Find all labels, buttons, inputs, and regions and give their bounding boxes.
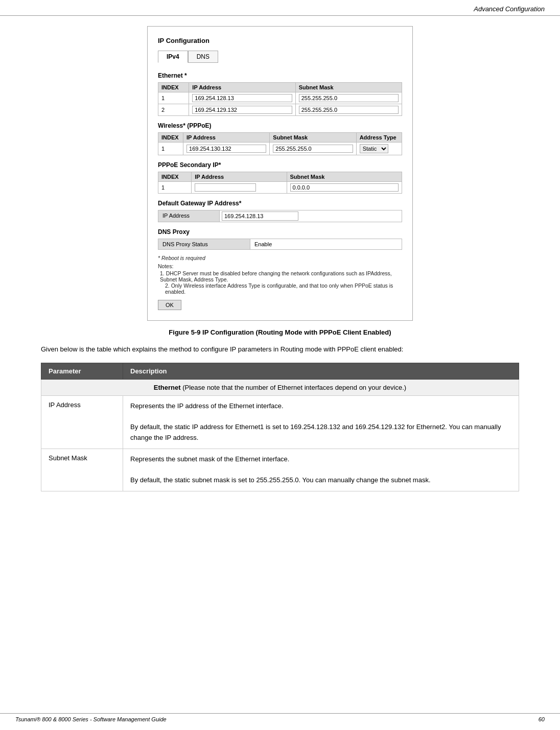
gateway-ip-label: IP Address — [158, 210, 220, 222]
note-2: 2. Only Wireless interface Address Type … — [158, 282, 402, 295]
pppoe-row1-index: 1 — [158, 182, 192, 194]
tab-ipv4[interactable]: IPv4 — [158, 51, 188, 63]
table-row-ip-address: IP Address Represents the IP address of … — [41, 395, 519, 449]
eth-row2-ip-input[interactable] — [192, 106, 292, 114]
desc-subnet-mask: Represents the subnet mask of the Ethern… — [123, 449, 519, 491]
dns-row: DNS Proxy Status Enable — [158, 239, 402, 250]
note-1: 1. DHCP Server must be disabled before c… — [158, 270, 402, 282]
ethernet-rest: (Please note that the number of Ethernet… — [181, 384, 407, 391]
eth-row1-index: 1 — [158, 92, 189, 104]
dns-section: DNS Proxy DNS Proxy Status Enable — [158, 228, 402, 250]
eth-col-mask: Subnet Mask — [295, 83, 402, 92]
param-ip-address: IP Address — [41, 395, 123, 449]
notes-label: Notes: — [158, 263, 402, 269]
pppoe-col-ip: IP Address — [192, 172, 287, 182]
wl-row1-ip[interactable] — [183, 143, 270, 155]
gateway-ip-input[interactable] — [222, 211, 298, 221]
pppoe-row1-mask-input[interactable] — [290, 183, 399, 192]
wl-col-index: INDEX — [158, 133, 183, 143]
notes-section: * Reboot is required Notes: 1. DHCP Serv… — [158, 255, 402, 295]
eth-row1-ip[interactable] — [189, 92, 295, 104]
eth-row1-mask[interactable] — [295, 92, 402, 104]
figure-caption: Figure 5-9 IP Configuration (Routing Mod… — [41, 328, 519, 336]
ethernet-table: INDEX IP Address Subnet Mask 1 2 — [158, 82, 402, 116]
main-content: IP Configuration IPv4 DNS Ethernet * IND… — [0, 16, 560, 502]
eth-col-ip: IP Address — [189, 83, 295, 92]
desc-mask-line3: By default, the static subnet mask is se… — [130, 476, 431, 484]
eth-row1-mask-input[interactable] — [299, 94, 399, 102]
eth-row2-mask-input[interactable] — [299, 106, 399, 114]
wl-row1-type[interactable]: Static DHCP — [356, 143, 402, 155]
figure-title: IP Configuration — [158, 37, 402, 44]
eth-row-1: 1 — [158, 92, 402, 104]
ethernet-section-header-cell: Ethernet (Please note that the number of… — [41, 379, 519, 395]
eth-row-2: 2 — [158, 104, 402, 116]
wl-col-type: Address Type — [356, 133, 402, 143]
figure-box: IP Configuration IPv4 DNS Ethernet * IND… — [147, 26, 413, 321]
wl-row1-index: 1 — [158, 143, 183, 155]
gateway-ip-value[interactable] — [220, 210, 300, 222]
footer-left: Tsunami® 800 & 8000 Series - Software Ma… — [15, 716, 167, 722]
wireless-section-label: Wireless* (PPPoE) — [158, 122, 402, 129]
ok-button[interactable]: OK — [158, 300, 181, 310]
wl-col-mask: Subnet Mask — [270, 133, 356, 143]
wireless-table: INDEX IP Address Subnet Mask Address Typ… — [158, 132, 402, 155]
ethernet-section-label: Ethernet * — [158, 72, 402, 79]
pppoe-row1-ip-input[interactable] — [195, 183, 256, 192]
pppoe-row-1: 1 — [158, 182, 402, 194]
page-header: Advanced Configuration — [0, 0, 560, 16]
eth-row1-ip-input[interactable] — [192, 94, 292, 102]
eth-row2-index: 2 — [158, 104, 189, 116]
eth-row2-ip[interactable] — [189, 104, 295, 116]
wl-row1-mask-input[interactable] — [273, 145, 353, 153]
ethernet-bold: Ethernet — [154, 384, 181, 391]
page-footer: Tsunami® 800 & 8000 Series - Software Ma… — [0, 713, 560, 725]
desc-ip-line3: By default, the static IP address for Et… — [130, 423, 501, 441]
eth-row2-mask[interactable] — [295, 104, 402, 116]
ethernet-section-header-row: Ethernet (Please note that the number of… — [41, 379, 519, 395]
reboot-note: * Reboot is required — [158, 255, 402, 261]
wl-col-ip: IP Address — [183, 133, 270, 143]
col-description: Description — [123, 363, 519, 379]
gateway-section: Default Gateway IP Address* IP Address — [158, 200, 402, 222]
wl-row-1: 1 Static DHCP — [158, 143, 402, 155]
gateway-row: IP Address — [158, 210, 402, 222]
dns-section-label: DNS Proxy — [158, 228, 402, 236]
param-subnet-mask: Subnet Mask — [41, 449, 123, 491]
dns-status-label: DNS Proxy Status — [158, 239, 250, 249]
tab-dns[interactable]: DNS — [188, 51, 218, 63]
pppoe-col-mask: Subnet Mask — [287, 172, 402, 182]
wl-row1-type-select[interactable]: Static DHCP — [360, 144, 388, 153]
col-parameter: Parameter — [41, 363, 123, 379]
desc-ip-line1: Represents the IP address of the Etherne… — [130, 402, 284, 410]
gateway-label: Default Gateway IP Address* — [158, 200, 402, 207]
wl-row1-mask[interactable] — [270, 143, 356, 155]
desc-mask-line1: Represents the subnet mask of the Ethern… — [130, 455, 289, 463]
description-table: Parameter Description Ethernet (Please n… — [41, 363, 519, 492]
header-title: Advanced Configuration — [474, 5, 545, 13]
table-header-row: Parameter Description — [41, 363, 519, 379]
footer-right: 60 — [539, 716, 545, 722]
dns-status-value: Enable — [250, 239, 276, 249]
pppoe-table: INDEX IP Address Subnet Mask 1 — [158, 172, 402, 194]
eth-col-index: INDEX — [158, 83, 189, 92]
intro-text: Given below is the table which explains … — [41, 344, 519, 355]
pppoe-section-label: PPPoE Secondary IP* — [158, 161, 402, 169]
pppoe-row1-mask[interactable] — [287, 182, 402, 194]
pppoe-col-index: INDEX — [158, 172, 192, 182]
table-row-subnet-mask: Subnet Mask Represents the subnet mask o… — [41, 449, 519, 491]
pppoe-row1-ip[interactable] — [192, 182, 287, 194]
wl-row1-ip-input[interactable] — [186, 145, 266, 153]
desc-ip-address: Represents the IP address of the Etherne… — [123, 395, 519, 449]
tabs-row: IPv4 DNS — [158, 51, 402, 63]
